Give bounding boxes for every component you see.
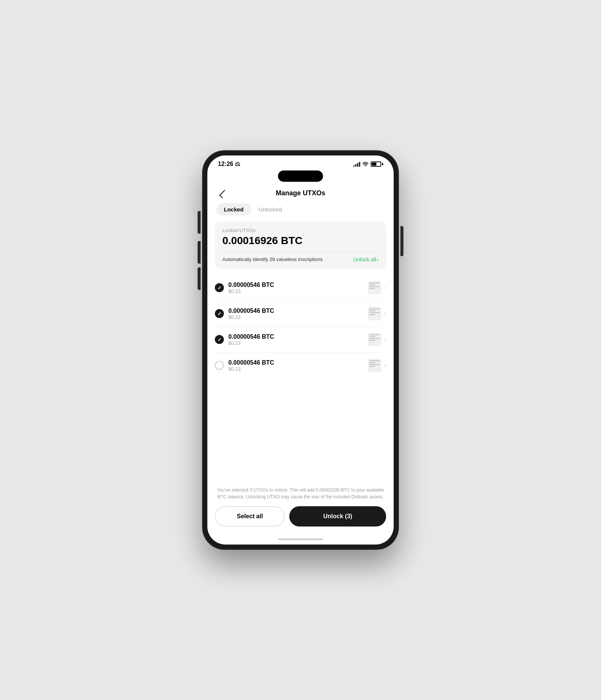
checkmark-icon: ✓ <box>217 337 222 342</box>
inscription-thumb-4 <box>368 359 381 372</box>
battery-icon <box>371 161 383 167</box>
inscription-thumb-3 <box>368 333 381 346</box>
chevron-right-icon: › <box>384 362 386 369</box>
auto-identify-text: Automatically identify 28 valueless insc… <box>222 256 349 263</box>
summary-amount: 0.00016926 BTC <box>222 235 379 247</box>
back-chevron-icon <box>219 190 228 198</box>
utxo-usd-3: $0.23 <box>228 340 363 346</box>
utxo-info-3: 0.00000546 BTC $0.23 <box>228 333 363 346</box>
utxo-usd-4: $0.23 <box>228 366 363 372</box>
checkbox-4[interactable] <box>215 361 224 370</box>
utxo-item[interactable]: ✓ 0.00000546 BTC $0.23 <box>215 301 386 327</box>
utxo-right-2: › <box>368 307 386 320</box>
chevron-right-icon: › <box>384 284 386 291</box>
utxo-right-1: › <box>368 281 386 294</box>
utxo-list: ✓ 0.00000546 BTC $0.23 <box>207 275 394 482</box>
utxo-item[interactable]: ✓ 0.00000546 BTC $0.23 <box>215 327 386 353</box>
utxo-btc-1: 0.00000546 BTC <box>228 282 363 288</box>
bottom-warning: You've selected 3 UTXOs to unlock. This … <box>207 482 394 503</box>
home-bar <box>278 539 323 540</box>
status-time: 12:26 <box>218 161 241 167</box>
checkbox-2[interactable]: ✓ <box>215 309 224 318</box>
utxo-btc-3: 0.00000546 BTC <box>228 333 363 340</box>
utxo-info-4: 0.00000546 BTC $0.23 <box>228 359 363 372</box>
mute-icon <box>235 161 241 167</box>
utxo-info-1: 0.00000546 BTC $0.23 <box>228 282 363 294</box>
chevron-right-icon: › <box>384 336 386 343</box>
content-area: Manage UTXOs Locked Unlocked Locked UTXO… <box>207 185 394 545</box>
summary-label: Locked UTXOs <box>222 228 379 233</box>
utxo-usd-1: $0.23 <box>228 288 363 294</box>
utxo-right-3: › <box>368 333 386 346</box>
select-all-button[interactable]: Select all <box>215 506 285 527</box>
inscription-thumb-1 <box>368 281 381 294</box>
utxo-btc-4: 0.00000546 BTC <box>228 359 363 366</box>
page-title: Manage UTXOs <box>276 189 325 197</box>
utxo-right-4: › <box>368 359 386 372</box>
utxo-usd-2: $0.23 <box>228 314 363 320</box>
auto-identify-row: Automatically identify 28 valueless insc… <box>222 256 379 263</box>
inscription-thumb-2 <box>368 307 381 320</box>
checkbox-3[interactable]: ✓ <box>215 335 224 344</box>
tab-locked[interactable]: Locked <box>216 203 251 216</box>
utxo-btc-2: 0.00000546 BTC <box>228 308 363 314</box>
header: Manage UTXOs <box>207 185 394 203</box>
svg-point-0 <box>365 166 366 166</box>
status-icons <box>353 161 383 167</box>
home-indicator <box>207 534 394 545</box>
phone-screen: 12:26 <box>207 155 394 545</box>
wifi-icon <box>362 162 368 167</box>
chevron-right-icon: › <box>377 256 379 262</box>
utxo-item[interactable]: ✓ 0.00000546 BTC $0.23 <box>215 275 386 301</box>
bottom-buttons: Select all Unlock (3) <box>207 503 394 534</box>
utxo-info-2: 0.00000546 BTC $0.23 <box>228 308 363 320</box>
chevron-right-icon: › <box>384 310 386 317</box>
utxo-item[interactable]: 0.00000546 BTC $0.23 › <box>215 353 386 378</box>
tab-bar: Locked Unlocked <box>207 203 394 222</box>
unlock-all-button[interactable]: Unlock all › <box>353 256 379 262</box>
phone-outer: 12:26 <box>203 151 398 549</box>
signal-bars-icon <box>353 161 360 167</box>
back-button[interactable] <box>216 188 228 200</box>
summary-divider <box>222 251 379 252</box>
summary-card: Locked UTXOs 0.00016926 BTC Automaticall… <box>215 222 386 269</box>
checkmark-icon: ✓ <box>217 285 222 291</box>
unlock-button[interactable]: Unlock (3) <box>289 506 386 527</box>
status-bar: 12:26 <box>207 155 394 170</box>
page-wrapper: 12:26 <box>0 0 601 700</box>
checkmark-icon: ✓ <box>217 311 222 317</box>
checkbox-1[interactable]: ✓ <box>215 283 224 292</box>
dynamic-island <box>278 170 323 182</box>
tab-unlocked[interactable]: Unlocked <box>251 203 290 216</box>
